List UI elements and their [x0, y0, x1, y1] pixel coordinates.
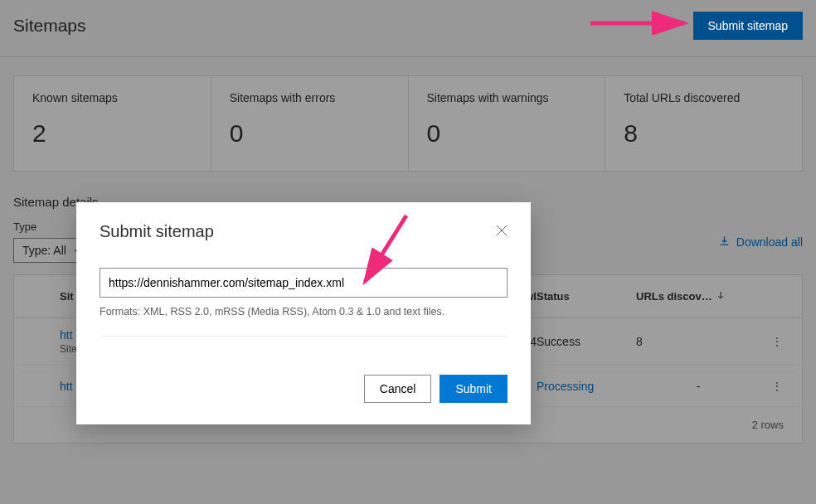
sitemap-url-input[interactable] — [100, 268, 508, 298]
submit-sitemap-modal: Submit sitemap Formats: XML, RSS 2.0, mR… — [76, 202, 531, 424]
format-hint: Formats: XML, RSS 2.0, mRSS (Media RSS),… — [100, 306, 508, 317]
modal-divider — [100, 336, 508, 337]
submit-sitemap-button[interactable]: Submit sitemap — [693, 12, 803, 40]
modal-title: Submit sitemap — [100, 222, 214, 241]
cancel-button[interactable]: Cancel — [364, 375, 432, 403]
submit-button[interactable]: Submit — [440, 375, 508, 403]
close-icon[interactable] — [496, 225, 508, 240]
